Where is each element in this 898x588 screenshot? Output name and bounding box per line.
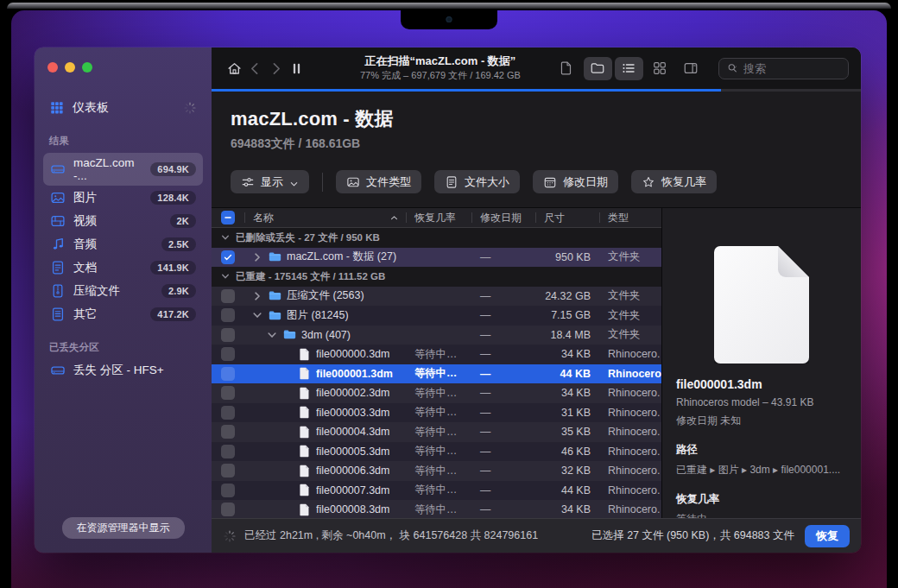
row-checkbox[interactable] [221, 250, 235, 264]
table-row[interactable]: file000000.3dm 等待中… — 34 KB Rhinocero. [212, 345, 661, 364]
table-row[interactable]: file000003.3dm 等待中… — 31 KB Rhinocero. [212, 403, 661, 423]
folder-icon [268, 250, 282, 264]
row-checkbox[interactable] [221, 406, 235, 420]
file-icon [297, 464, 312, 478]
table-group-row[interactable]: 已删除或丢失 - 27 文件 / 950 KB [212, 228, 661, 248]
chevron-down-icon[interactable] [266, 329, 278, 341]
table-row[interactable]: 图片 (81245) — 7.15 GB 文件夹 [212, 306, 661, 326]
minimize-window-button[interactable] [65, 62, 75, 73]
folder-view-button[interactable] [584, 57, 612, 80]
folder-icon [268, 288, 282, 303]
row-type: Rhinocero. [599, 407, 661, 419]
search-field[interactable] [718, 58, 849, 79]
row-checkbox[interactable] [221, 308, 235, 322]
pause-scan-button[interactable] [287, 56, 307, 80]
filter-button-calendar[interactable]: 修改日期 [533, 170, 618, 193]
display-options-button[interactable]: 显示 [231, 170, 309, 193]
row-checkbox[interactable] [221, 367, 235, 381]
chevron-down-icon[interactable] [251, 309, 263, 321]
table-row[interactable]: 压缩文件 (2563) — 24.32 GB 文件夹 [212, 287, 661, 307]
sidebar-item-dashboard[interactable]: 仪表板 [43, 96, 203, 120]
file-view-button[interactable] [553, 57, 581, 80]
zoom-window-button[interactable] [82, 62, 92, 73]
row-checkbox[interactable] [221, 503, 235, 516]
select-all-checkbox[interactable] [221, 211, 235, 224]
row-type: Rhinocero. [599, 465, 661, 477]
row-type: Rhinocero. [599, 484, 661, 496]
table-row[interactable]: file000001.3dm 等待中… — 44 KB Rhinocero. [212, 364, 661, 384]
row-name: file000002.3dm [316, 387, 389, 399]
sidebar-item-video[interactable]: 视频 2K [43, 210, 203, 232]
sidebar-footer: 在资源管理器中显示 [43, 517, 203, 553]
scan-title-block: 正在扫描“macZL.com - 数据” 77% 完成 – 697,679 文件… [328, 54, 553, 81]
recover-button[interactable]: 恢复 [805, 525, 850, 547]
chevron-down-icon [289, 177, 299, 187]
row-checkbox[interactable] [221, 484, 235, 497]
row-date: — [471, 446, 535, 458]
status-bar: 已经过 2h21m , 剩余 ~0h40m， 块 641576428 共 824… [212, 518, 861, 553]
forward-button[interactable] [265, 56, 286, 80]
row-name: file000000.3dm [316, 348, 389, 360]
chevron-down-icon[interactable] [220, 271, 231, 281]
home-button[interactable] [224, 56, 244, 80]
list-view-button[interactable] [615, 57, 643, 80]
chevron-right-icon[interactable] [251, 251, 263, 263]
file-icon [297, 503, 312, 517]
column-header-size[interactable]: 尺寸 [535, 208, 599, 227]
table-row[interactable]: macZL.com - 数据 (27) — 950 KB 文件夹 [212, 248, 661, 268]
table-row[interactable]: 3dm (407) — 18.4 MB 文件夹 [212, 326, 661, 345]
column-header-name[interactable]: 名称 [244, 208, 406, 227]
table-row[interactable]: file000007.3dm 等待中… — 44 KB Rhinocero. [212, 481, 661, 501]
filter-button-star[interactable]: 恢复几率 [631, 170, 717, 193]
sidebar-toggle-button[interactable] [677, 57, 705, 80]
row-checkbox[interactable] [221, 445, 235, 458]
row-date: — [471, 251, 535, 263]
row-date: — [471, 348, 535, 360]
sidebar-item-label: 文档 [73, 260, 97, 275]
grid-view-button[interactable] [646, 57, 674, 80]
table-row[interactable]: file000004.3dm 等待中… — 35 KB Rhinocero. [212, 422, 661, 442]
back-button[interactable] [244, 56, 265, 80]
table-row[interactable]: file000002.3dm 等待中… — 34 KB Rhinocero. [212, 383, 661, 403]
sidebar-item-drive[interactable]: macZL.com -... 694.9K [43, 153, 203, 186]
filter-button-docpage[interactable]: 文件大小 [434, 170, 520, 193]
show-in-explorer-button[interactable]: 在资源管理器中显示 [62, 517, 185, 539]
table-row[interactable]: file000008.3dm 等待中… — 34 KB Rhinocero. [212, 500, 661, 518]
row-size: 32 KB [535, 465, 599, 477]
dashboard-label: 仪表板 [73, 100, 109, 116]
group-label: 已删除或丢失 - 27 文件 / 950 KB [236, 231, 380, 244]
row-checkbox[interactable] [221, 464, 235, 477]
row-checkbox[interactable] [221, 386, 235, 400]
column-header-recovery[interactable]: 恢复几率 [406, 208, 471, 227]
table-row[interactable]: file000005.3dm 等待中… — 46 KB Rhinocero. [212, 442, 661, 462]
docpage-icon [50, 260, 66, 275]
sidebar-item-lost-partition[interactable]: 丢失 分区 - HFS+ [43, 359, 203, 382]
row-size: 950 KB [535, 251, 599, 263]
row-checkbox[interactable] [221, 289, 235, 303]
row-name: file000004.3dm [316, 426, 389, 438]
filter-button-image[interactable]: 文件类型 [336, 170, 421, 193]
detail-modified: 修改日期 未知 [676, 414, 847, 428]
sidebar-item-count-badge: 128.4K [150, 191, 196, 205]
sidebar-item-label: macZL.com -... [73, 156, 142, 182]
column-header-type[interactable]: 类型 [599, 208, 661, 227]
sidebar-item-archive[interactable]: 压缩文件 2.9K [43, 280, 203, 302]
sidebar-item-count-badge: 417.2K [150, 307, 196, 321]
file-icon [297, 483, 312, 497]
chevron-down-icon[interactable] [220, 232, 231, 243]
sidebar-item-music[interactable]: 音频 2.5K [43, 233, 203, 256]
sidebar-item-docpage[interactable]: 文档 141.9K [43, 256, 203, 279]
row-checkbox[interactable] [221, 347, 235, 361]
sidebar-item-image[interactable]: 图片 128.4K [43, 187, 203, 209]
row-checkbox[interactable] [221, 328, 235, 342]
table-group-row[interactable]: 已重建 - 175145 文件 / 111.52 GB [212, 267, 661, 287]
column-header-date[interactable]: 修改日期 [471, 208, 535, 227]
chevron-right-icon[interactable] [251, 290, 263, 302]
search-input[interactable] [743, 62, 842, 75]
table-row[interactable]: file000006.3dm 等待中… — 32 KB Rhinocero. [212, 461, 661, 481]
row-name: file000008.3dm [316, 503, 389, 515]
sidebar-item-other[interactable]: 其它 417.2K [43, 303, 203, 326]
progress-fill [212, 89, 721, 92]
row-checkbox[interactable] [221, 425, 235, 439]
close-window-button[interactable] [47, 62, 58, 73]
